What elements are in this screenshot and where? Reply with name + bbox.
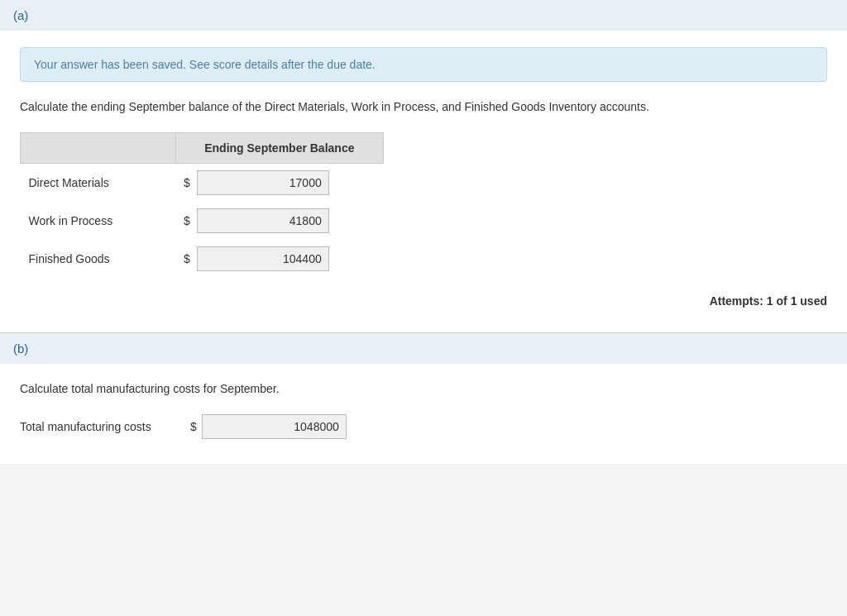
work-in-process-currency: $	[175, 202, 194, 240]
finished-goods-input[interactable]	[197, 246, 329, 271]
total-manufacturing-label: Total manufacturing costs	[20, 420, 185, 433]
finished-goods-input-cell	[194, 240, 384, 278]
direct-materials-label: Direct Materials	[21, 164, 176, 203]
alert-text: Your answer has been saved. See score de…	[34, 58, 376, 71]
total-manufacturing-input[interactable]	[202, 414, 347, 439]
total-manufacturing-row: Total manufacturing costs $	[20, 414, 827, 439]
column-header: Ending September Balance	[175, 133, 383, 164]
section-a-instruction: Calculate the ending September balance o…	[20, 98, 827, 116]
work-in-process-input[interactable]	[197, 208, 329, 233]
section-b-instruction: Calculate total manufacturing costs for …	[20, 380, 827, 398]
inventory-table: Ending September Balance Direct Material…	[20, 132, 384, 278]
section-a-label: (a)	[13, 8, 28, 22]
section-a-content: Your answer has been saved. See score de…	[0, 31, 847, 332]
attempts-row: Attempts: 1 of 1 used	[20, 294, 827, 308]
section-b-content: Calculate total manufacturing costs for …	[0, 364, 847, 464]
section-b-label: (b)	[13, 341, 28, 356]
table-row: Work in Process $	[21, 202, 384, 240]
empty-header	[21, 133, 176, 164]
total-manufacturing-currency: $	[190, 420, 197, 433]
table-row: Finished Goods $	[21, 240, 384, 278]
direct-materials-currency: $	[175, 164, 194, 203]
section-b: (b) Calculate total manufacturing costs …	[0, 333, 847, 464]
work-in-process-input-cell	[194, 202, 384, 240]
finished-goods-label: Finished Goods	[21, 240, 176, 278]
direct-materials-input-cell	[194, 164, 384, 203]
alert-banner: Your answer has been saved. See score de…	[20, 47, 827, 82]
table-row: Direct Materials $	[21, 164, 384, 203]
work-in-process-label: Work in Process	[21, 202, 176, 240]
finished-goods-currency: $	[175, 240, 194, 278]
direct-materials-input[interactable]	[197, 170, 329, 195]
section-b-header: (b)	[0, 333, 847, 364]
section-a-header: (a)	[0, 0, 847, 31]
section-a: (a) Your answer has been saved. See scor…	[0, 0, 847, 332]
attempts-text: Attempts: 1 of 1 used	[710, 294, 827, 308]
